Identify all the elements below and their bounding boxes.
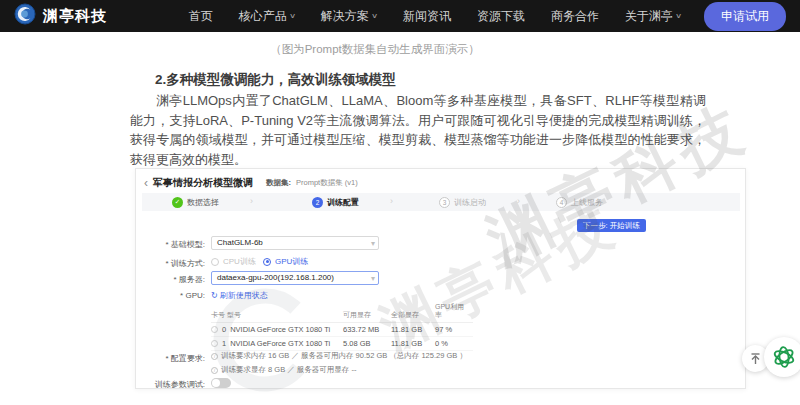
figure-caption: （图为Prompt数据集自动生成界面演示） xyxy=(0,42,750,57)
wizard-steps-bar: ✓ 数据选择 › 2 训练配置 › 3 训练启动 › 4 上线服务 xyxy=(142,193,740,211)
config-req-label: * 配置要求: xyxy=(136,353,205,364)
gpu-label: * GPU: xyxy=(136,291,205,300)
step-done-icon: ✓ xyxy=(172,197,183,208)
radio-cpu-train[interactable]: CPU训练 xyxy=(211,256,256,267)
nav-item-downloads[interactable]: 资源下载 xyxy=(464,8,538,25)
req-memory-line: i 训练要求内存 16 GB ／ 服务器可用内存 90.52 GB （总内存 1… xyxy=(211,351,467,361)
nav-item-solutions[interactable]: 解决方案∨ xyxy=(308,8,390,25)
assistant-button[interactable] xyxy=(764,337,800,377)
chevron-down-icon: ∨ xyxy=(675,12,682,20)
chevron-right-icon: › xyxy=(390,196,393,206)
brand-name: 渊亭科技 xyxy=(43,7,107,26)
server-label: * 服务器: xyxy=(136,274,205,285)
gpu-refresh-link[interactable]: ↻ 刷新使用状态 xyxy=(211,290,268,301)
gpu-table: 卡号 型号 可用显存 全部显存 GPU利用率 0 NVIDIA GeForce … xyxy=(211,301,473,351)
back-arrow-icon[interactable]: ‹ xyxy=(144,178,148,188)
chevron-right-icon: › xyxy=(517,196,520,206)
dataset-label: 数据集: xyxy=(266,178,291,188)
table-row[interactable]: 0 NVIDIA GeForce GTX 1080 Ti 633.72 MB 1… xyxy=(211,323,473,337)
table-row[interactable]: 1 NVIDIA GeForce GTX 1080 Ti 5.08 GB 11.… xyxy=(211,337,473,351)
dataset-value: Prompt数据集 (v1) xyxy=(296,178,358,188)
brand[interactable]: 渊亭科技 xyxy=(14,3,107,29)
nav-item-about[interactable]: 关于渊亭∨ xyxy=(612,8,694,25)
nav-menu: 首页 核心产品∨ 解决方案∨ 新闻资讯 资源下载 商务合作 关于渊亭∨ 申请试用 xyxy=(176,2,800,31)
wizard-title: 军事情报分析模型微调 xyxy=(153,176,253,190)
radio-icon[interactable] xyxy=(211,340,218,347)
step-online-service[interactable]: 4 上线服务 xyxy=(556,193,603,211)
brand-logo-icon xyxy=(14,3,36,29)
gpu-table-header: 卡号 型号 可用显存 全部显存 GPU利用率 xyxy=(211,301,473,323)
next-step-button[interactable]: 下一步: 开始训练 xyxy=(577,219,646,232)
wizard-header: ‹ 军事情报分析模型微调 数据集: Prompt数据集 (v1) xyxy=(144,176,358,190)
base-model-select[interactable]: ChatGLM-6b ▾ xyxy=(211,236,379,250)
train-mode-label: * 训练方式: xyxy=(136,258,205,269)
train-params-toggle[interactable] xyxy=(211,378,231,388)
chevron-down-icon: ∨ xyxy=(289,12,296,20)
refresh-icon: ↻ xyxy=(211,291,218,300)
req-vram-line: i 训练要求显存 8 GB ／ 服务器可用显存 -- xyxy=(211,365,356,375)
server-select[interactable]: dataexa-gpu-200(192.168.1.200) ▾ xyxy=(211,271,379,285)
apply-trial-button[interactable]: 申请试用 xyxy=(704,2,786,31)
arrow-up-to-top-icon xyxy=(749,352,762,365)
radio-icon xyxy=(211,258,219,266)
base-model-label: * 基础模型: xyxy=(136,239,205,250)
radio-gpu-train[interactable]: GPU训练 xyxy=(263,256,308,267)
step-train-config[interactable]: 2 训练配置 xyxy=(312,193,359,211)
top-navbar: 渊亭科技 首页 核心产品∨ 解决方案∨ 新闻资讯 资源下载 商务合作 关于渊亭∨… xyxy=(0,0,800,32)
chevron-down-icon: ▾ xyxy=(371,273,375,285)
nav-item-products[interactable]: 核心产品∨ xyxy=(226,8,308,25)
section-paragraph: 渊亭LLMOps内置了ChatGLM、LLaMA、Bloom等多种基座模型，具备… xyxy=(130,91,706,169)
info-icon: i xyxy=(211,353,218,360)
step-train-start[interactable]: 3 训练启动 xyxy=(439,193,486,211)
train-params-toggle-label: 训练参数调试: xyxy=(136,379,205,390)
info-icon: i xyxy=(211,367,218,374)
step-data-select[interactable]: ✓ 数据选择 xyxy=(172,193,219,211)
wizard-screenshot-card: ‹ 军事情报分析模型微调 数据集: Prompt数据集 (v1) ✓ 数据选择 … xyxy=(135,168,746,389)
section-heading: 2.多种模型微调能力，高效训练领域模型 xyxy=(155,71,396,89)
nav-item-home[interactable]: 首页 xyxy=(176,8,226,25)
radio-selected-icon xyxy=(263,258,271,266)
chevron-right-icon: › xyxy=(250,196,253,206)
green-knot-logo-icon xyxy=(772,345,796,369)
nav-item-business[interactable]: 商务合作 xyxy=(538,8,612,25)
nav-item-news[interactable]: 新闻资讯 xyxy=(390,8,464,25)
chevron-down-icon: ∨ xyxy=(371,12,378,20)
radio-icon[interactable] xyxy=(211,326,218,333)
chevron-down-icon: ▾ xyxy=(371,238,375,250)
